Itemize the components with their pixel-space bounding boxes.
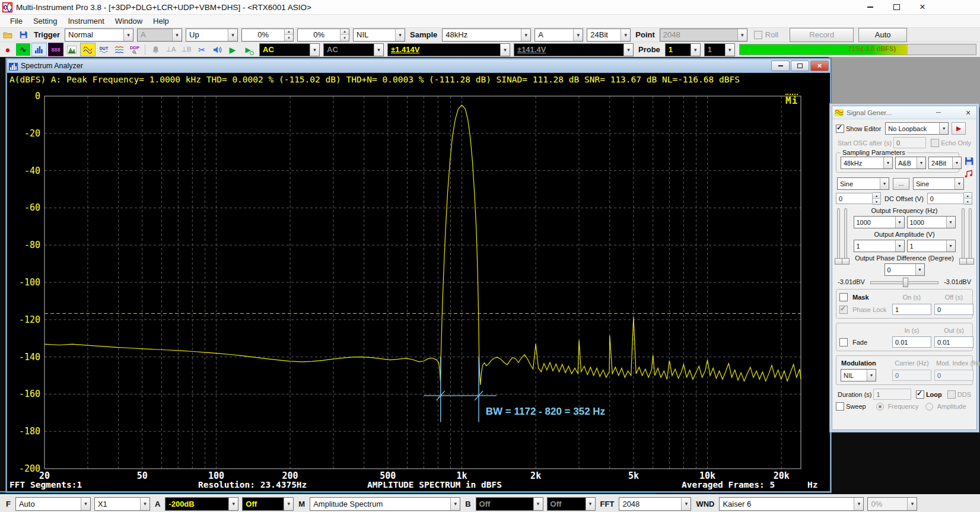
- modulation-combo[interactable]: NIL: [841, 369, 876, 381]
- amplitude-b-combo[interactable]: 1: [907, 240, 956, 252]
- derived-data-curves-icon[interactable]: [112, 43, 126, 56]
- fade-checkbox[interactable]: [839, 338, 848, 346]
- signal-generator-icon[interactable]: [80, 43, 96, 56]
- dc-a-spinner[interactable]: ▲▼: [873, 192, 881, 205]
- ddp-viewer-icon[interactable]: DDP: [128, 43, 142, 56]
- dc-b-spinner[interactable]: ▲▼: [964, 192, 972, 205]
- freq-b-slider[interactable]: [962, 208, 965, 264]
- menu-instrument[interactable]: Instrument: [62, 15, 109, 27]
- save-icon[interactable]: [16, 28, 30, 41]
- dds-checkbox[interactable]: [947, 390, 956, 399]
- run-icon[interactable]: ▶: [225, 43, 240, 56]
- loopback-combo[interactable]: No Loopback: [885, 122, 949, 135]
- trigger-source-combo[interactable]: A: [137, 28, 182, 42]
- mask-off-input[interactable]: 0: [934, 304, 973, 315]
- coupling-a-combo[interactable]: AC: [259, 43, 320, 56]
- amp-b-slider[interactable]: [969, 208, 972, 264]
- sampling-channels-combo[interactable]: A&B: [895, 157, 926, 169]
- fade-in-input[interactable]: 0.01: [892, 336, 931, 348]
- menu-file[interactable]: File: [5, 15, 28, 27]
- frequency-b-combo[interactable]: 1000: [907, 216, 956, 228]
- waveform-a-combo[interactable]: Sine: [837, 177, 889, 190]
- point-count-combo[interactable]: 2048: [660, 28, 747, 42]
- sampling-rate-combo[interactable]: 48kHz: [841, 157, 893, 169]
- range-b-combo[interactable]: ±141.4V: [514, 43, 634, 56]
- spectrum-plot[interactable]: 0-20-40-60-80-100-120-140-160-180-200205…: [7, 86, 828, 489]
- overlap-combo[interactable]: 0%: [867, 497, 917, 511]
- probe-b-combo[interactable]: 1: [704, 43, 735, 56]
- freq-axis-combo[interactable]: Auto: [15, 497, 91, 511]
- music-notes-icon[interactable]: [964, 169, 974, 180]
- signal-generator-titlebar[interactable]: Signal Gener... ×: [832, 106, 976, 119]
- phase-combo[interactable]: 0: [884, 263, 925, 276]
- siggen-maximize-button[interactable]: [947, 108, 960, 117]
- multimeter-icon[interactable]: 888: [48, 43, 63, 56]
- echo-only-checkbox[interactable]: [931, 139, 939, 147]
- menu-setting[interactable]: Setting: [28, 15, 62, 27]
- probe-a-combo[interactable]: 1: [665, 43, 701, 56]
- trigger-hpf-combo[interactable]: NIL: [353, 28, 405, 42]
- auto-button[interactable]: Auto: [858, 28, 907, 42]
- sweep-frequency-radio[interactable]: [876, 403, 884, 411]
- phase-lock-checkbox[interactable]: [839, 306, 848, 314]
- menu-help[interactable]: Help: [148, 15, 174, 27]
- amp-a-slider[interactable]: [844, 208, 847, 264]
- display-mode-combo[interactable]: Amplitude Spectrum: [310, 497, 460, 511]
- loop-checkbox[interactable]: [916, 390, 924, 399]
- sample-bits-combo[interactable]: 24Bit: [587, 28, 631, 42]
- fft-size-combo[interactable]: 2048: [619, 497, 691, 511]
- range-a-combo[interactable]: ±1.414V: [387, 43, 510, 56]
- marker-b-icon[interactable]: ⊥B: [179, 43, 193, 56]
- probe-calibration-icon[interactable]: ✂: [195, 43, 209, 56]
- sampling-bits-combo[interactable]: 24Bit: [928, 157, 962, 169]
- show-editor-checkbox[interactable]: [836, 125, 844, 133]
- spectrum-analyzer-icon[interactable]: [31, 43, 47, 56]
- a-range-combo[interactable]: -200dB: [165, 497, 238, 511]
- device-test-plan-icon[interactable]: DUT: [97, 43, 111, 56]
- sweep-amplitude-radio[interactable]: [925, 403, 933, 411]
- oscilloscope-icon[interactable]: ∿: [16, 43, 30, 56]
- dc-offset-b-input[interactable]: 0: [927, 193, 964, 204]
- dc-offset-a-input[interactable]: 0: [836, 193, 873, 204]
- a-ref-combo[interactable]: Off: [242, 497, 294, 511]
- open-file-icon[interactable]: [1, 28, 15, 41]
- b-ref-combo[interactable]: Off: [547, 497, 596, 511]
- generator-run-button[interactable]: ▶: [952, 122, 966, 135]
- mask-checkbox[interactable]: [839, 293, 848, 301]
- menu-window[interactable]: Window: [110, 15, 148, 27]
- spectrum-minimize-button[interactable]: [771, 61, 790, 71]
- trigger-level-spinner[interactable]: 0%▲▼: [241, 28, 294, 42]
- spectrum-window-titlebar[interactable]: Spectrum Analyzer ×: [7, 59, 830, 73]
- mask-on-input[interactable]: 1: [892, 304, 931, 315]
- sample-channel-combo[interactable]: A: [534, 28, 583, 42]
- siggen-close-button[interactable]: ×: [962, 108, 975, 117]
- roll-checkbox[interactable]: [754, 31, 762, 39]
- sample-rate-combo[interactable]: 48kHz: [442, 28, 531, 42]
- sound-output-icon[interactable]: [210, 43, 224, 56]
- duration-input[interactable]: 1: [873, 389, 911, 400]
- run-segment-icon[interactable]: ▶: [241, 43, 255, 56]
- sweep-checkbox[interactable]: [836, 402, 844, 411]
- trigger-delay-spinner[interactable]: 0%▲▼: [297, 28, 349, 42]
- balance-slider[interactable]: [869, 277, 940, 287]
- fade-out-input[interactable]: 0.01: [934, 336, 973, 348]
- x-scale-combo[interactable]: X1: [94, 497, 150, 511]
- save-signal-icon[interactable]: [964, 156, 974, 167]
- wave-editor-button[interactable]: ...: [893, 178, 909, 190]
- siggen-minimize-button[interactable]: [932, 108, 945, 117]
- freq-a-slider[interactable]: [837, 208, 840, 264]
- frequency-a-combo[interactable]: 1000: [854, 216, 905, 228]
- alarm-icon[interactable]: [148, 43, 163, 56]
- record-button[interactable]: Record: [790, 28, 854, 42]
- record-icon[interactable]: ●: [1, 43, 15, 56]
- spectrum-3d-plot-icon[interactable]: [65, 43, 79, 56]
- spectrum-close-button[interactable]: ×: [810, 61, 829, 71]
- trigger-mode-combo[interactable]: Normal: [65, 28, 133, 42]
- close-button[interactable]: ×: [917, 2, 928, 12]
- b-range-combo[interactable]: Off: [476, 497, 543, 511]
- waveform-b-combo[interactable]: Sine: [913, 177, 964, 190]
- start-osc-input[interactable]: 0: [893, 137, 926, 148]
- marker-a-icon[interactable]: ⊥A: [164, 43, 178, 56]
- minimize-button[interactable]: [865, 2, 876, 12]
- maximize-button[interactable]: [891, 2, 902, 12]
